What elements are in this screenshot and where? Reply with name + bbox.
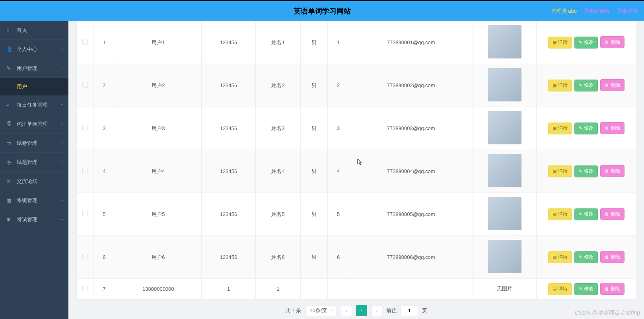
cell-id: 2 — [93, 64, 115, 107]
cell-password: 123456 — [202, 64, 256, 107]
sidebar-item-2[interactable]: ✎用户管理› — [0, 59, 68, 78]
row-checkbox[interactable] — [82, 82, 88, 88]
cell-actions: ▤详情✎修改🗑删除 — [537, 107, 636, 150]
sidebar-item-4[interactable]: 🗐词汇单词管理› — [0, 115, 68, 134]
delete-button[interactable]: 🗑删除 — [600, 165, 625, 177]
delete-button[interactable]: 🗑删除 — [600, 79, 625, 91]
cell-gender — [301, 279, 328, 300]
edit-button[interactable]: ✎修改 — [574, 37, 598, 49]
menu-icon: ▭ — [6, 140, 13, 146]
detail-button[interactable]: ▤详情 — [548, 123, 572, 134]
page-next-button[interactable]: › — [371, 305, 382, 316]
table-row: 6用户6123456姓名6男6773890006@qq.com▤详情✎修改🗑删除 — [77, 236, 636, 279]
edit-icon: ✎ — [579, 255, 582, 260]
cell-avatar — [473, 64, 537, 107]
delete-button[interactable]: 🗑删除 — [600, 208, 625, 220]
list-icon: ▤ — [553, 286, 556, 292]
edit-button[interactable]: ✎修改 — [574, 208, 598, 220]
cell-password: 1 — [202, 279, 256, 300]
table-row: 5用户5123456姓名5男5773890005@qq.com▤详情✎修改🗑删除 — [77, 193, 636, 236]
app-header: 英语单词学习网站 管理员 abo 退出到前台 退出登录 — [0, 0, 644, 21]
list-icon: ▤ — [553, 212, 556, 217]
row-checkbox[interactable] — [82, 211, 88, 216]
sidebar-item-6[interactable]: ◷试题管理› — [0, 153, 68, 172]
menu-icon: ⊕ — [6, 216, 13, 222]
row-checkbox[interactable] — [82, 168, 88, 173]
menu-label: 交流论坛 — [17, 178, 37, 185]
edit-button[interactable]: ✎修改 — [574, 123, 598, 134]
sidebar-item-3[interactable]: ≡每日任务管理› — [0, 95, 68, 115]
sidebar-item-9[interactable]: ⊕考试管理› — [0, 210, 68, 229]
sidebar-subitem-2-0[interactable]: 用户 — [0, 78, 68, 95]
chevron-icon: › — [60, 161, 64, 163]
trash-icon: 🗑 — [605, 83, 609, 88]
logout-to-front-link[interactable]: 退出到前台 — [584, 8, 610, 15]
cell-password: 123456 — [202, 193, 256, 236]
cell-email — [349, 279, 473, 300]
chevron-icon: › — [60, 104, 64, 105]
menu-icon: 🗐 — [6, 121, 13, 127]
detail-button[interactable]: ▤详情 — [548, 283, 572, 295]
list-icon: ▤ — [553, 40, 556, 45]
goto-page-input[interactable] — [401, 305, 418, 316]
sidebar-item-8[interactable]: ▦系统管理› — [0, 191, 68, 210]
menu-icon: ▦ — [6, 197, 13, 203]
edit-icon: ✎ — [579, 126, 582, 131]
logout-link[interactable]: 退出登录 — [617, 8, 638, 15]
cell-gender: 男 — [301, 107, 328, 150]
avatar — [488, 111, 521, 144]
admin-link[interactable]: 管理员 abo — [551, 8, 577, 15]
detail-button[interactable]: ▤详情 — [548, 37, 572, 49]
cell-id: 4 — [93, 150, 115, 193]
edit-icon: ✎ — [579, 40, 582, 45]
menu-icon: ✕ — [6, 178, 13, 184]
edit-button[interactable]: ✎修改 — [574, 283, 598, 295]
delete-button[interactable]: 🗑删除 — [600, 251, 625, 263]
chevron-icon: › — [60, 142, 64, 144]
header-right: 管理员 abo 退出到前台 退出登录 — [551, 8, 638, 15]
edit-button[interactable]: ✎修改 — [574, 251, 598, 263]
trash-icon: 🗑 — [605, 40, 609, 45]
row-checkbox[interactable] — [82, 286, 88, 291]
chevron-icon: › — [60, 219, 64, 220]
table-row: 4用户4123456姓名4男4773890004@qq.com▤详情✎修改🗑删除 — [77, 150, 636, 193]
trash-icon: 🗑 — [605, 286, 609, 291]
row-checkbox[interactable] — [82, 254, 88, 259]
page-prev-button[interactable]: ‹ — [341, 305, 352, 316]
table-row: 1用户1123456姓名1男1773890001@qq.com▤详情✎修改🗑删除 — [77, 21, 636, 64]
sidebar-item-0[interactable]: ⌂首页 — [0, 21, 68, 40]
trash-icon: 🗑 — [605, 212, 609, 216]
cell-gender: 男 — [301, 193, 328, 236]
detail-button[interactable]: ▤详情 — [548, 208, 572, 220]
delete-button[interactable]: 🗑删除 — [600, 283, 625, 295]
row-checkbox[interactable] — [82, 39, 88, 45]
cell-email: 773890001@qq.com — [349, 21, 473, 64]
chevron-icon: › — [60, 68, 64, 69]
edit-icon: ✎ — [579, 83, 582, 88]
cell-num: 4 — [327, 150, 349, 193]
goto-suffix: 页 — [422, 307, 427, 314]
cell-username: 用户4 — [115, 150, 201, 193]
avatar — [488, 154, 521, 187]
detail-button[interactable]: ▤详情 — [548, 165, 572, 177]
delete-button[interactable]: 🗑删除 — [600, 122, 625, 134]
edit-button[interactable]: ✎修改 — [574, 80, 598, 91]
sidebar-item-5[interactable]: ▭试卷管理› — [0, 134, 68, 153]
cell-id: 5 — [93, 193, 115, 236]
cell-name: 姓名5 — [256, 193, 301, 236]
detail-button[interactable]: ▤详情 — [548, 80, 572, 91]
cell-actions: ▤详情✎修改🗑删除 — [537, 236, 636, 279]
cell-password: 123456 — [202, 150, 256, 193]
menu-label: 系统管理 — [17, 197, 37, 204]
page-size-select[interactable]: 10条/页 — [305, 305, 337, 316]
avatar — [488, 240, 521, 273]
row-checkbox[interactable] — [82, 125, 88, 130]
delete-button[interactable]: 🗑删除 — [600, 36, 625, 48]
sidebar-item-7[interactable]: ✕交流论坛 — [0, 172, 68, 191]
cell-avatar — [473, 193, 537, 236]
edit-button[interactable]: ✎修改 — [574, 165, 598, 177]
detail-button[interactable]: ▤详情 — [548, 251, 572, 263]
sidebar-item-1[interactable]: 👤个人中心› — [0, 40, 68, 59]
page-number-button[interactable]: 1 — [356, 305, 367, 316]
menu-label: 词汇单词管理 — [17, 121, 48, 128]
